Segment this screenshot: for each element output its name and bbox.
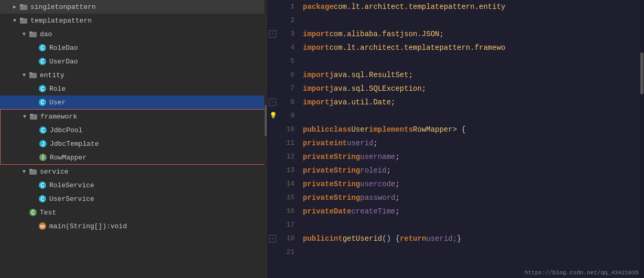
label-Test: Test — [40, 209, 56, 217]
watermark: https://blog.csdn.net/qq_43421035 — [525, 270, 639, 276]
tree-item-JdbcPool[interactable]: C JdbcPool — [1, 123, 267, 137]
gutter-cell-13 — [267, 164, 279, 177]
tree-item-singletonpattern[interactable]: ▶ singletonpattern — [0, 0, 267, 14]
svg-rect-1 — [20, 4, 23, 6]
bulb-icon-9: 💡 — [269, 109, 277, 123]
line-num-5: 5 — [279, 55, 294, 68]
svg-rect-5 — [29, 31, 32, 33]
token: ; — [373, 136, 377, 150]
line-num-3: 3 — [279, 27, 294, 41]
tree-item-Role[interactable]: C Role — [0, 82, 267, 95]
fold-icon-3[interactable]: - — [269, 30, 276, 38]
icon-singletonpattern — [19, 3, 28, 10]
icon-JdbcPool: C — [38, 126, 48, 134]
code-line-6: import java.sql.ResultSet; — [303, 68, 644, 82]
tree-item-RowMapper[interactable]: I RowMapper — [1, 151, 267, 164]
line-num-12: 12 — [279, 150, 294, 164]
label-RowMapper: RowMapper — [50, 154, 86, 162]
token: User — [351, 123, 369, 136]
token: private — [303, 191, 334, 205]
token: implements — [369, 123, 413, 136]
code-content: package com.lt.architect.templatepattern… — [298, 0, 644, 278]
label-JdbcTemplate: JdbcTemplate — [50, 140, 99, 148]
label-RoleService: RoleService — [49, 181, 94, 189]
code-line-18: public int getUserid() { return userid;} — [303, 232, 644, 245]
icon-RoleService: C — [38, 181, 47, 189]
icon-User: C — [38, 99, 47, 106]
code-editor: --💡- 12345678910111213141516171821 packa… — [267, 0, 644, 278]
svg-text:C: C — [40, 45, 44, 51]
label-Role: Role — [49, 85, 66, 93]
token: private — [303, 150, 334, 164]
token: import — [303, 27, 329, 41]
code-line-8: import java.util.Date; — [303, 95, 644, 109]
tree-item-JdbcTemplate[interactable]: J JdbcTemplate — [1, 137, 267, 151]
code-line-15: private String password; — [303, 191, 644, 205]
token: () { — [382, 232, 400, 245]
line-num-7: 7 — [279, 82, 294, 95]
vertical-scrollbar[interactable] — [640, 0, 644, 278]
icon-templatepattern — [19, 17, 28, 24]
line-number-column: 12345678910111213141516171821 — [279, 0, 298, 278]
tree-item-UserDao[interactable]: C UserDao — [0, 55, 267, 68]
gutter-cell-2 — [267, 14, 279, 27]
icon-entity — [28, 71, 38, 79]
line-num-2: 2 — [279, 14, 294, 27]
token: com.lt.architect.templatepattern.entity — [334, 0, 506, 14]
fold-icon-8[interactable]: - — [269, 99, 276, 106]
tree-item-dao[interactable]: ▼ dao — [0, 27, 267, 41]
icon-UserService: C — [38, 195, 47, 202]
label-framework: framework — [40, 113, 77, 121]
token: > { — [453, 125, 466, 134]
gutter-cell-1 — [267, 0, 279, 14]
token: import — [303, 95, 329, 109]
line-num-15: 15 — [279, 191, 294, 205]
svg-text:C: C — [40, 59, 44, 65]
tree-item-framework[interactable]: ▼ framework — [1, 110, 267, 123]
gutter-cell-16 — [267, 205, 279, 218]
tree-item-RoleService[interactable]: C RoleService — [0, 178, 267, 192]
svg-text:C: C — [40, 183, 44, 188]
code-line-10: public class User implements RowMapper> … — [303, 123, 644, 136]
fold-icon-18[interactable]: - — [269, 235, 276, 242]
line-num-11: 11 — [279, 136, 294, 150]
token: public — [303, 123, 329, 136]
token: password — [360, 191, 395, 205]
code-line-21 — [303, 245, 644, 259]
token: roleid — [360, 164, 386, 177]
code-line-7: import java.sql.SQLException; — [303, 82, 644, 95]
tree-item-service[interactable]: ▼ service — [0, 165, 267, 178]
tree-item-main[interactable]: m main(String[]):void — [0, 219, 267, 233]
svg-text:C: C — [40, 196, 44, 202]
token: String — [334, 150, 360, 164]
tree-item-UserService[interactable]: C UserService — [0, 192, 267, 206]
tree-item-templatepattern[interactable]: ▼ templatepattern — [0, 14, 267, 27]
tree-item-RoleDao[interactable]: C RoleDao — [0, 41, 267, 55]
gutter-cell-15 — [267, 191, 279, 205]
label-User: User — [49, 99, 66, 106]
tree-item-Test[interactable]: C Test — [0, 206, 267, 219]
token: ; — [395, 205, 399, 218]
label-dao: dao — [40, 30, 52, 38]
gutter-cell-14 — [267, 177, 279, 191]
line-num-10: 10 — [279, 123, 294, 136]
icon-service — [28, 168, 38, 175]
token: import — [303, 68, 329, 82]
code-line-2 — [303, 14, 644, 27]
tree-item-User[interactable]: C User — [0, 95, 267, 109]
token: ; — [395, 191, 399, 205]
gutter-cell-4 — [267, 41, 279, 55]
gutter-cell-18: - — [267, 232, 279, 245]
line-num-6: 6 — [279, 68, 294, 82]
svg-text:C: C — [40, 100, 44, 105]
token: username — [360, 150, 395, 164]
token: ; — [395, 177, 399, 191]
icon-dao — [28, 30, 38, 38]
token: userid — [347, 136, 373, 150]
label-service: service — [40, 168, 69, 176]
icon-RowMapper: I — [38, 154, 48, 161]
line-num-8: 8 — [279, 95, 294, 109]
icon-Role: C — [38, 85, 47, 92]
tree-item-entity[interactable]: ▼ entity — [0, 68, 267, 82]
code-line-9 — [303, 109, 644, 123]
